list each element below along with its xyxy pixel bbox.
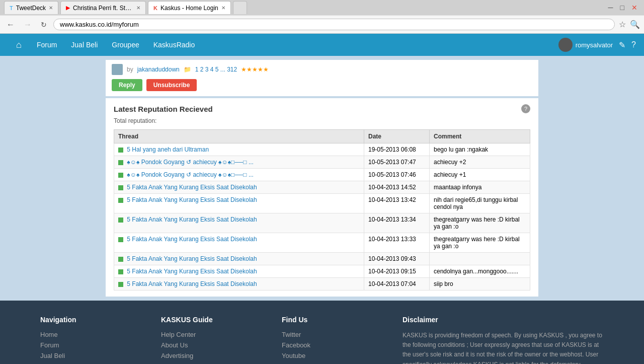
rep-comment-cell: thegreatgarry was here :D kirbal ya gan … [430, 213, 530, 233]
browser-chrome: T TweetDeck ✕ ▶ Christina Perri ft. Stev… [0, 0, 644, 34]
rep-date-cell: 10-04-2013 09:43 [364, 253, 430, 265]
rep-date-cell: 10-04-2013 07:04 [364, 278, 430, 290]
close-button[interactable]: ✕ [629, 3, 640, 13]
rep-date-cell: 19-05-2013 06:08 [364, 143, 430, 156]
username-link[interactable]: jakanaduddown [137, 66, 180, 73]
reply-button[interactable]: Reply [112, 79, 142, 91]
footer-guide-col: KASKUS Guide Help CenterAbout UsAdvertis… [161, 316, 262, 364]
rep-comment-cell: achiecuy +2 [430, 156, 530, 169]
rep-dot [118, 237, 123, 242]
rep-comment-cell: cendolnya gan...monggooo....... [430, 265, 530, 278]
rep-comment-cell [430, 253, 530, 265]
rep-thread-cell: 5 Fakta Anak Yang Kurang Eksis Saat Dise… [114, 233, 364, 253]
thread-link[interactable]: 5 Fakta Anak Yang Kurang Eksis Saat Dise… [127, 196, 257, 203]
footer-findus-heading: Find Us [282, 316, 382, 324]
forward-button[interactable]: → [21, 19, 34, 30]
edit-button[interactable]: ✎ [619, 40, 625, 50]
tab-close-youtube[interactable]: ✕ [136, 5, 140, 11]
reputation-table: Thread Date Comment 5 Hal yang aneh dari… [114, 129, 530, 290]
main-content: by jakanaduddown 📁 1 2 3 4 5 ... 312 ★★★… [0, 56, 644, 301]
footer-inner: Navigation HomeForumJual BeliGroupeeRadi… [20, 316, 624, 364]
thread-link[interactable]: 5 Hal yang aneh dari Ultraman [127, 146, 209, 153]
section-header: Latest Reputation Recieved ? [114, 104, 530, 113]
reload-button[interactable]: ↻ [38, 20, 49, 30]
footer-nav-heading: Navigation [40, 316, 141, 324]
footer-findus-link[interactable]: Twitter [282, 331, 382, 338]
nav-jualbeli[interactable]: Jual Beli [64, 34, 105, 56]
rep-dot [118, 148, 123, 153]
footer-nav-col: Navigation HomeForumJual BeliGroupeeRadi… [40, 316, 141, 364]
address-bar: ← → ↻ ☆ 🔍 [0, 15, 644, 33]
table-row: 5 Fakta Anak Yang Kurang Eksis Saat Dise… [114, 233, 530, 253]
footer-nav-link[interactable]: Forum [40, 341, 141, 349]
footer-guide-link[interactable]: Advertising [161, 352, 262, 359]
nav-kaskusradio[interactable]: KaskusRadio [146, 34, 202, 56]
tab-favicon-youtube: ▶ [66, 5, 70, 11]
back-button[interactable]: ← [4, 19, 17, 30]
thread-link[interactable]: 5 Fakta Anak Yang Kurang Eksis Saat Dise… [127, 255, 257, 262]
rep-thread-cell: ♠☺♠ Pondok Goyang ↺ achiecuy ♠☺♠□──□ ... [114, 169, 364, 181]
thread-link[interactable]: 5 Fakta Anak Yang Kurang Eksis Saat Dise… [127, 268, 257, 275]
rep-thread-cell: ♠☺♠ Pondok Goyang ↺ achiecuy ♠☺♠□──□ ... [114, 156, 364, 169]
nav-groupee[interactable]: Groupee [105, 34, 146, 56]
table-row: ♠☺♠ Pondok Goyang ↺ achiecuy ♠☺♠□──□ ...… [114, 169, 530, 181]
footer-disclaimer-col: Disclaimer KASKUS is providing freedom o… [403, 316, 604, 364]
rep-date-cell: 10-04-2013 14:52 [364, 181, 430, 194]
rep-dot [118, 269, 123, 274]
section-title: Latest Reputation Recieved [114, 105, 213, 113]
thread-link[interactable]: 5 Fakta Anak Yang Kurang Eksis Saat Dise… [127, 280, 257, 287]
footer-findus-link[interactable]: Youtube [282, 352, 382, 359]
rep-date-cell: 10-04-2013 09:15 [364, 265, 430, 278]
rep-dot [118, 185, 123, 190]
tab-youtube[interactable]: ▶ Christina Perri ft. Steve Ka... ✕ [60, 1, 146, 14]
tab-close-kaskus[interactable]: ✕ [221, 5, 225, 11]
rep-dot [118, 257, 123, 262]
star-rating: ★★★★★ [241, 66, 269, 73]
rep-thread-cell: 5 Fakta Anak Yang Kurang Eksis Saat Dise… [114, 181, 364, 194]
rep-dot [118, 282, 123, 287]
search-button[interactable]: 🔍 [630, 20, 640, 29]
bookmark-button[interactable]: ☆ [619, 20, 626, 29]
footer-nav-link[interactable]: Jual Beli [40, 352, 141, 359]
rep-comment-cell: maantaap infonya [430, 181, 530, 194]
footer-guide-link[interactable]: Help Center [161, 331, 262, 338]
rep-comment-cell: achiecuy +1 [430, 169, 530, 181]
footer-guide-heading: KASKUS Guide [161, 316, 262, 324]
site-navbar: ⌂ Forum Jual Beli Groupee KaskusRadio ro… [0, 34, 644, 56]
thread-link[interactable]: ♠☺♠ Pondok Goyang ↺ achiecuy ♠☺♠□──□ ... [127, 171, 254, 178]
footer-findus-link[interactable]: Facebook [282, 341, 382, 349]
tab-label-youtube: Christina Perri ft. Steve Ka... [73, 5, 133, 12]
reputation-help-icon[interactable]: ? [521, 104, 530, 113]
table-row: 5 Fakta Anak Yang Kurang Eksis Saat Dise… [114, 278, 530, 290]
home-button[interactable]: ⌂ [8, 34, 30, 56]
top-section: by jakanaduddown 📁 1 2 3 4 5 ... 312 ★★★… [106, 60, 538, 96]
rep-thread-cell: 5 Fakta Anak Yang Kurang Eksis Saat Dise… [114, 253, 364, 265]
rep-comment-cell: thegreatgarry was here :D kirbal ya gan … [430, 233, 530, 253]
help-button[interactable]: ? [631, 40, 636, 49]
minimize-button[interactable]: ─ [606, 3, 616, 13]
table-row: 5 Fakta Anak Yang Kurang Eksis Saat Dise… [114, 181, 530, 194]
thread-link[interactable]: 5 Fakta Anak Yang Kurang Eksis Saat Dise… [127, 216, 257, 223]
tab-tweetdeck[interactable]: T TweetDeck ✕ [4, 1, 58, 14]
tab-close-tweetdeck[interactable]: ✕ [49, 5, 53, 11]
rep-dot [118, 160, 123, 165]
thread-row: by jakanaduddown 📁 1 2 3 4 5 ... 312 ★★★… [112, 64, 532, 75]
tab-favicon-tweetdeck: T [10, 5, 13, 11]
thread-link[interactable]: 5 Fakta Anak Yang Kurang Eksis Saat Dise… [127, 236, 257, 243]
tab-favicon-kaskus: K [153, 5, 157, 11]
thread-link[interactable]: 5 Fakta Anak Yang Kurang Eksis Saat Dise… [127, 184, 257, 191]
thread-link[interactable]: ♠☺♠ Pondok Goyang ↺ achiecuy ♠☺♠□──□ ... [127, 159, 254, 166]
address-input[interactable] [53, 19, 615, 30]
nav-right: romysalvator ✎ ? [558, 38, 636, 52]
nav-forum[interactable]: Forum [30, 34, 64, 56]
unsubscribe-button[interactable]: Unsubscribe [146, 79, 197, 91]
footer-guide-link[interactable]: About Us [161, 341, 262, 349]
page-numbers[interactable]: 1 2 3 4 5 ... 312 [195, 66, 237, 73]
maximize-button[interactable]: □ [618, 3, 627, 13]
footer-nav-link[interactable]: Home [40, 331, 141, 338]
rep-comment-cell: bego lu gan :ngakak [430, 143, 530, 156]
tab-kaskus[interactable]: K Kaskus - Home Login ✕ [148, 1, 231, 14]
new-tab-button[interactable] [233, 1, 247, 14]
col-comment: Comment [430, 130, 530, 143]
footer-nav-links: HomeForumJual BeliGroupeeRadioMobile sit… [40, 331, 141, 364]
